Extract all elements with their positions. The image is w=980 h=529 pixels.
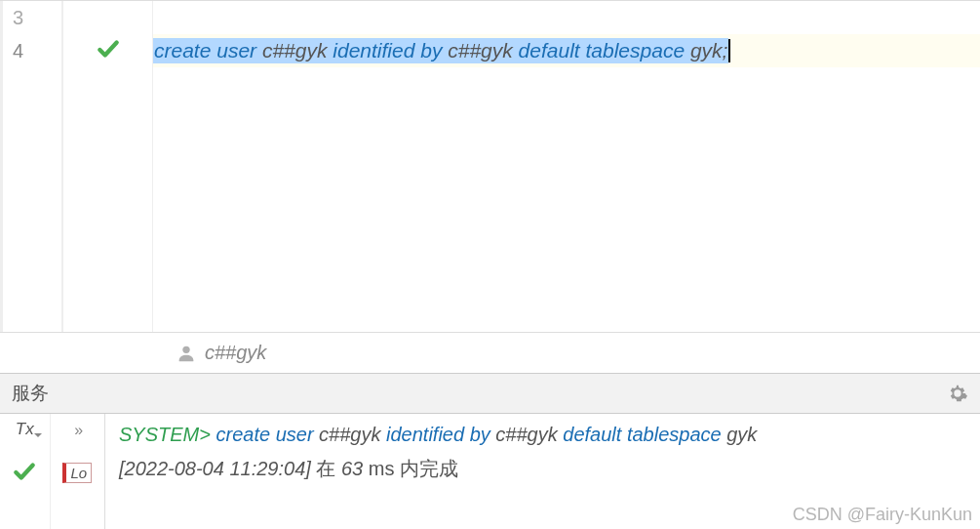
selection[interactable]: create user c##gyk identified by c##gyk … (153, 38, 728, 63)
identifier: c##gyk (256, 39, 333, 62)
code-line-3[interactable] (153, 1, 980, 34)
marker-row-3 (63, 1, 152, 34)
user-icon (176, 343, 197, 364)
console-toolbar: Tx » Lo (0, 414, 105, 529)
chevron-right-icon[interactable]: » (74, 422, 80, 439)
keyword-create: create (154, 39, 211, 62)
gear-icon[interactable] (947, 383, 968, 404)
line-number: 4 (13, 40, 23, 62)
duration-ms: 63 (341, 458, 363, 479)
console-session-column: » Lo (51, 414, 104, 529)
services-panel-header[interactable]: 服务 (0, 373, 980, 414)
services-title: 服务 (12, 381, 49, 406)
sql-editor[interactable]: 3 4 create user c##gyk identified by c##… (0, 0, 980, 332)
console-tx-column: Tx (0, 414, 51, 529)
text-cursor (728, 39, 730, 62)
console-line-2: [2022-08-04 11:29:04] 在 63 ms 内完成 (119, 456, 968, 482)
connection-user-bar: c##gyk (0, 332, 980, 373)
connection-user-name: c##gyk (205, 342, 266, 364)
keyword-by: by (420, 39, 442, 62)
success-check-icon (96, 36, 121, 66)
keyword-user: user (216, 39, 256, 62)
marker-row-4[interactable] (63, 34, 152, 67)
keyword-default: default (519, 39, 580, 62)
commit-check-icon[interactable] (12, 459, 37, 489)
console-line-1: SYSTEM> create user c##gyk identified by… (119, 424, 968, 446)
keyword-tablespace: tablespace (586, 39, 686, 62)
identifier: gyk; (685, 39, 727, 62)
line-gutter: 3 4 (3, 1, 63, 332)
line-number: 3 (13, 7, 23, 29)
tx-dropdown[interactable]: Tx (16, 420, 34, 439)
svg-point-0 (182, 346, 189, 352)
gutter-line-4[interactable]: 4 (3, 34, 61, 67)
gutter-line-3[interactable]: 3 (3, 1, 61, 34)
keyword-identified: identified (333, 39, 414, 62)
identifier: c##gyk (442, 39, 518, 62)
code-line-4[interactable]: create user c##gyk identified by c##gyk … (153, 34, 980, 67)
console-prompt: SYSTEM> (119, 424, 211, 445)
timestamp: [2022-08-04 11:29:04] (119, 458, 316, 479)
marker-column (63, 1, 153, 332)
code-area[interactable]: create user c##gyk identified by c##gyk … (153, 1, 980, 332)
lo-badge[interactable]: Lo (62, 463, 92, 483)
watermark: CSDN @Fairy-KunKun (793, 505, 972, 525)
